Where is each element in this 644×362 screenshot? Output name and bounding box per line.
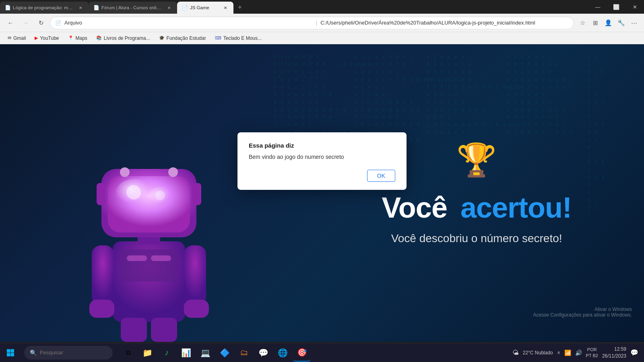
game-page: 0 1 1 0 0 10 1 1 0 1 0 0 1 1 1 0 0 0 0 1…: [0, 44, 644, 342]
taskbar-app-edge[interactable]: 🔷: [216, 344, 233, 362]
bookmarks-bar: ✉ Gmail ▶ YouTube 📍 Maps 📚 Livros de Pro…: [0, 32, 644, 44]
navbar: ← → ↻ 📄 Arquivo | C:/Users/pheli/OneDriv…: [0, 14, 644, 32]
search-icon: 🔍: [30, 350, 37, 356]
svg-rect-24: [11, 353, 14, 356]
taskbar-app-vscode[interactable]: 💻: [196, 344, 214, 362]
reload-button[interactable]: ↻: [35, 16, 47, 29]
tab-bar: 📄 Lógica de programação: mergu... ✕ 📄 Fó…: [0, 0, 588, 14]
collections-icon[interactable]: ⊞: [589, 17, 601, 29]
taskbar-time-text: 12:59: [602, 346, 626, 353]
extensions-icon[interactable]: 🔧: [615, 17, 627, 29]
bookmark-livros-label: Livros de Programa...: [104, 35, 150, 41]
windows-logo-icon: [6, 349, 14, 357]
maximize-button[interactable]: ⬜: [607, 0, 625, 14]
dialog: Essa página diz Bem vindo ao jogo do num…: [237, 132, 407, 190]
taskbar-expand-icon[interactable]: ∧: [557, 350, 560, 355]
taskbar-app-explorer[interactable]: 📁: [138, 344, 156, 362]
taskbar-weather-text: 22°C Nublado: [523, 350, 553, 356]
tab-3[interactable]: 📄 JS Game ✕: [177, 2, 233, 14]
svg-point-14: [155, 191, 165, 200]
win-activate-title: Ativar o Windows: [533, 306, 632, 312]
taskbar-app-files[interactable]: 🗂: [235, 344, 253, 362]
chrome-icon: 🌐: [278, 348, 288, 358]
dialog-title: Essa página diz: [249, 142, 395, 149]
files-icon: 🗂: [240, 348, 248, 357]
tab-3-close[interactable]: ✕: [222, 4, 229, 11]
address-bar[interactable]: 📄 Arquivo | C:/Users/pheli/OneDrive/Área…: [50, 16, 574, 29]
address-separator: |: [316, 20, 317, 26]
taskbar-search[interactable]: 🔍: [24, 346, 113, 360]
excel-icon: 📊: [181, 348, 191, 358]
win-activate-subtitle: Acesse Configurações para ativar o Windo…: [533, 312, 632, 318]
svg-rect-2: [127, 255, 147, 261]
nav-right-icons: ☆ ⊞ 👤 🔧 ⋯: [576, 17, 640, 29]
tab-2-close[interactable]: ✕: [166, 4, 172, 11]
window-controls: — ⬜ ✕: [588, 0, 644, 14]
tab-1-favicon: 📄: [5, 5, 10, 10]
taskbar-app-spotify[interactable]: ♪: [158, 344, 175, 362]
taskbar-app-whatsapp[interactable]: 💬: [254, 344, 272, 362]
taskbar: 🔍 ⧉ 📁 ♪ 📊 💻 🔷 🗂 💬 🌐 🎯 🌤 22°C Nublado ∧ 📶…: [0, 343, 644, 362]
svg-rect-6: [89, 300, 114, 318]
binary-col-5: 0 110 1 01 101 00 0 1101 0 10 01 1010 1 …: [588, 46, 605, 227]
address-url: C:/Users/pheli/OneDrive/Área%20de%20Trab…: [320, 20, 569, 26]
dialog-body: Bem vindo ao jogo do numero secreto: [249, 154, 395, 160]
tab-2-favicon: 📄: [93, 5, 99, 10]
game-title-white: Você: [382, 191, 447, 224]
taskbar-app-task-view[interactable]: ⧉: [119, 344, 137, 362]
spotify-icon: ♪: [165, 348, 169, 357]
dialog-ok-button[interactable]: OK: [367, 170, 395, 182]
svg-rect-20: [151, 318, 177, 342]
tab-3-label: JS Game: [190, 5, 220, 10]
binary-col-3: 0 1 0 0 0 10 1 0 0 0 1 1 10 0 0 1 1 0 00…: [427, 46, 527, 144]
bookmark-maps[interactable]: 📍 Maps: [64, 34, 91, 42]
game-subtitle: Você descobriu o número secreto!: [391, 232, 562, 245]
new-tab-button[interactable]: +: [233, 1, 246, 14]
notification-icon[interactable]: 💬: [630, 349, 638, 356]
bookmark-star-icon[interactable]: ☆: [576, 17, 588, 29]
windows-activation: Ativar o Windows Acesse Configurações pa…: [533, 306, 632, 318]
bookmark-gmail[interactable]: ✉ Gmail: [4, 34, 29, 42]
taskbar-app-excel[interactable]: 📊: [177, 344, 195, 362]
titlebar: 📄 Lógica de programação: mergu... ✕ 📄 Fó…: [0, 0, 644, 14]
taskbar-lang-variant: PT B2: [586, 353, 598, 358]
svg-rect-3: [151, 255, 171, 261]
taskbar-app-chrome[interactable]: 🌐: [274, 344, 291, 362]
svg-rect-19: [121, 318, 147, 342]
svg-rect-21: [7, 349, 10, 353]
gmail-favicon-icon: ✉: [8, 35, 11, 41]
edge-icon: 🔷: [220, 348, 230, 358]
close-button[interactable]: ✕: [625, 0, 644, 14]
forward-button[interactable]: →: [19, 16, 32, 29]
bookmark-fundacao-label: Fundação Estudar: [167, 35, 206, 41]
minimize-button[interactable]: —: [588, 0, 607, 14]
bookmark-livros[interactable]: 📚 Livros de Programa...: [93, 34, 154, 42]
svg-point-17: [120, 167, 130, 177]
profile-icon[interactable]: 👤: [602, 17, 614, 29]
svg-rect-1: [121, 249, 177, 282]
taskbar-date-text: 26/11/2023: [602, 353, 626, 360]
game-title-blue: acertou!: [460, 191, 572, 224]
svg-rect-4: [92, 245, 114, 306]
binary-col-6: 1 0 1 1 0 0 0 10 1 0 1 0 0 0 01 0 0 10 1…: [278, 46, 326, 87]
robot-image: [72, 117, 225, 342]
settings-icon[interactable]: ⋯: [628, 17, 640, 29]
whatsapp-icon: 💬: [258, 348, 268, 358]
bookmark-teclado-label: Teclado E Mous...: [223, 35, 262, 41]
task-view-icon: ⧉: [126, 349, 130, 356]
game-title: Você acertou!: [382, 191, 572, 224]
tab-2[interactable]: 📄 Fórum | Alura - Cursos online de... ✕: [89, 2, 177, 14]
taskbar-app-edge2[interactable]: 🎯: [293, 344, 311, 362]
bookmark-fundacao[interactable]: 🎓 Fundação Estudar: [155, 34, 210, 42]
bookmark-youtube[interactable]: ▶ YouTube: [31, 34, 62, 42]
start-button[interactable]: [0, 343, 21, 362]
search-input[interactable]: [40, 350, 104, 356]
bookmark-gmail-label: Gmail: [13, 35, 26, 41]
bookmark-teclado[interactable]: ⌨ Teclado E Mous...: [211, 34, 265, 42]
back-button[interactable]: ←: [4, 16, 17, 29]
svg-rect-15: [97, 183, 105, 205]
taskbar-language: POR PT B2: [586, 347, 598, 358]
tab-1-close[interactable]: ✕: [77, 4, 84, 11]
tab-1[interactable]: 📄 Lógica de programação: mergu... ✕: [0, 2, 89, 14]
svg-rect-16: [192, 183, 201, 205]
